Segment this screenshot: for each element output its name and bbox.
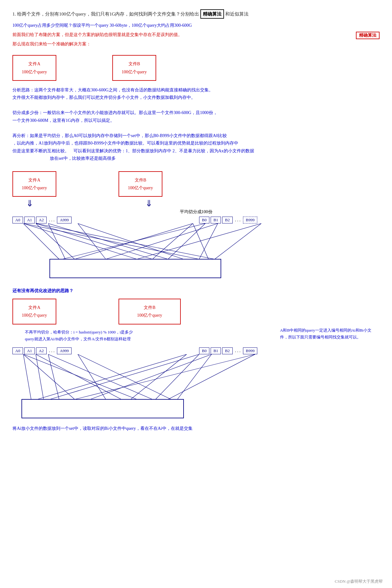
- diag2-a-line1: 文件A: [22, 304, 47, 311]
- highlight-box: 精确算法: [200, 9, 224, 19]
- diag1-a-line1: 文件A: [22, 176, 47, 184]
- diag1-a-line2: 100亿个query: [22, 184, 47, 192]
- node-b999-2: B999: [243, 347, 257, 354]
- question-title3: 和近似算法: [225, 11, 249, 16]
- analysis-section: 分析思路：这两个文件都非常大，大概在300-600G之间，也没有合适的数据结构能…: [12, 86, 380, 163]
- node-a2-2: A2: [36, 347, 47, 354]
- arrow-down-a-1: ⇓: [26, 199, 33, 208]
- svg-line-18: [137, 223, 261, 259]
- analysis-line-2: 文件很大不能都放到内存中，那么我们可以把文件切分多个小文件，小文件数据加载到内存…: [12, 94, 380, 102]
- hash-note-left: 不再平均切分，哈希切分：i = hashstr(query) % 1000，i是…: [25, 329, 280, 342]
- nodes-b-1: B0 B1 B2 . . . B999: [199, 217, 380, 223]
- question-title: 1. 给两个文件，分别有100亿个query，我们只有1G内存，如何找到两个文件…: [12, 9, 380, 19]
- red-text-2: 那么现在我们来给一个准确的解决方案：: [12, 40, 350, 48]
- node-a0-2: A0: [12, 347, 23, 354]
- node-a1-1: A1: [24, 217, 35, 223]
- file-b-sub-1: 100亿个query: [122, 68, 147, 76]
- svg-lines-area-2: [12, 354, 380, 423]
- node-b1-1: B1: [211, 217, 221, 223]
- node-a999-1: A999: [57, 217, 72, 223]
- diag1-b-line2: 100亿个query: [128, 184, 153, 192]
- page-content: 1. 给两个文件，分别有100亿个query，我们只有1G内存，如何找到两个文件…: [12, 9, 380, 431]
- analysis-line-6: ，以此内推，A1放到内存中后，也得跟B0-B999小文件中的数据比较。可以看到这…: [12, 140, 380, 147]
- analysis-line-5: 再分析：如果是平均切分，那么A0可以放到内存中存储到一个set中，那么B0-B9…: [12, 132, 380, 140]
- analysis-line-1: 分析思路：这两个文件都非常大，大概在300-600G之间，也没有合适的数据结构能…: [12, 86, 380, 94]
- svg-line-34: [90, 354, 212, 399]
- diag1-b-line1: 文件B: [128, 176, 153, 184]
- ellipsis-a-1: . . .: [48, 218, 56, 223]
- node-b999-1: B999: [243, 217, 257, 223]
- node-b1-2: B1: [211, 347, 221, 354]
- file-boxes-row-1: 文件A 100亿个query 文件B 100亿个query: [12, 55, 380, 80]
- svg-line-2: [23, 223, 137, 259]
- analysis-line-8: 放在set中，比较效率还是能高很多: [50, 155, 380, 163]
- file-box-a-1: 文件A 100亿个query: [12, 55, 56, 80]
- sub-text-1: 100亿个query占用多少空间呢？假设平均一个query 30-60byte，…: [12, 22, 380, 29]
- ellipsis-a-2: . . .: [48, 348, 56, 353]
- svg-line-16: [106, 223, 218, 259]
- svg-line-8: [48, 223, 168, 259]
- file-b-label-1: 文件B: [122, 60, 147, 68]
- diagram-1: 文件A 100亿个query 文件B 100亿个query ⇓ ⇓ 平均切分成1…: [12, 171, 380, 283]
- bottom-label: 将Ai放小文件的数据放到一个set中，读取对应的Bi小文件中query，看在不在…: [12, 426, 380, 431]
- file-box-b-1: 文件B 100亿个query: [112, 55, 156, 80]
- split-label-1: 平均切分成100份: [12, 209, 380, 215]
- svg-rect-20: [22, 399, 184, 418]
- diag1-file-a: 文件A 100亿个query: [12, 171, 56, 197]
- svg-line-14: [62, 223, 205, 259]
- hash-note-right: A和B中相同的query一定进入编号相同的Ai和Bi小文 件，所以下面只需要编号…: [280, 327, 380, 344]
- diag1-file-b: 文件B 100亿个query: [119, 171, 162, 197]
- node-a999-2: A999: [57, 347, 72, 354]
- file-a-label-1: 文件A: [22, 60, 47, 68]
- svg-line-27: [48, 354, 152, 399]
- nodes-row-wrapper-1: A0 A1 A2 . . . A999 B0 B1 B2 . . . B999: [12, 217, 380, 223]
- node-b2-2: B2: [222, 347, 232, 354]
- node-a1-2: A1: [24, 347, 35, 354]
- lines-svg-1: [12, 223, 355, 283]
- analysis-line-4: 一个文件300-600M，这里有1G内存，所以可以搞定。: [12, 117, 380, 125]
- question-title-text: 1. 给两个文件，分别有100亿个query，我们只有1G内存，如何找到两个文件…: [12, 11, 199, 16]
- diag2-a-line2: 100亿个query: [22, 311, 47, 319]
- svg-line-35: [177, 354, 212, 399]
- svg-line-23: [23, 354, 137, 399]
- svg-rect-0: [50, 259, 221, 278]
- svg-line-4: [36, 223, 75, 259]
- arrow-down-b-1: ⇓: [145, 199, 152, 208]
- file-a-sub-1: 100亿个query: [22, 68, 47, 76]
- ellipsis-b-2: . . .: [234, 348, 242, 353]
- nodes-b-2: B0 B1 B2 . . . B999: [199, 347, 380, 354]
- node-b2-1: B2: [222, 217, 232, 223]
- svg-line-32: [50, 354, 199, 399]
- svg-line-37: [168, 354, 255, 399]
- diag2-file-b: 文件B 100亿个query: [119, 299, 181, 324]
- diag2-b-line1: 文件B: [128, 304, 171, 311]
- svg-line-26: [48, 354, 59, 399]
- svg-line-31: [131, 354, 187, 399]
- optimize-label: 还有没有再优化改进的的思路？: [12, 288, 380, 294]
- svg-line-21: [23, 354, 31, 399]
- svg-line-19: [215, 223, 261, 259]
- lines-svg-2: [12, 354, 355, 423]
- svg-lines-area-1: [12, 223, 380, 283]
- svg-line-17: [199, 223, 218, 259]
- diag2-b-line2: 100亿个query: [128, 311, 171, 319]
- diagram-2: 文件A 100亿个query 文件B 100亿个query 不再平均切分，哈希切…: [12, 299, 380, 423]
- node-a0-1: A0: [12, 217, 23, 223]
- nodes-a-2: A0 A1 A2 . . . A999: [12, 347, 193, 354]
- footer: CSDN @森明帮大于黑虎帮: [335, 579, 383, 584]
- section-label-box: 精确算法: [356, 32, 380, 39]
- svg-line-24: [36, 354, 44, 399]
- red-text-1: 前面我们给了布隆的方案，但是这个方案的缺陷也很明显就是交集中存在不是误判的值。: [12, 31, 350, 39]
- nodes-row-wrapper-2: A0 A1 A2 . . . A999 B0 B1 B2 . . . B999: [12, 347, 380, 354]
- nodes-a-1: A0 A1 A2 . . . A999: [12, 217, 193, 223]
- node-a2-1: A2: [36, 217, 47, 223]
- analysis-line-3: 切分成多少份：一般切出来一个小文件的大小能放进内存就可以。那么这里一个文件300…: [12, 109, 380, 117]
- node-b0-2: B0: [199, 347, 209, 354]
- node-b0-1: B0: [199, 217, 209, 223]
- diag2-file-a: 文件A 100亿个query: [12, 299, 56, 324]
- analysis-line-7: 但是这里要不断的互相比较。 可以看到这里解决的优势：1、部分数据放到内存中 2、…: [12, 147, 380, 155]
- hash-notes-row: 不再平均切分，哈希切分：i = hashstr(query) % 1000，i是…: [12, 327, 380, 344]
- ellipsis-b-1: . . .: [234, 218, 242, 223]
